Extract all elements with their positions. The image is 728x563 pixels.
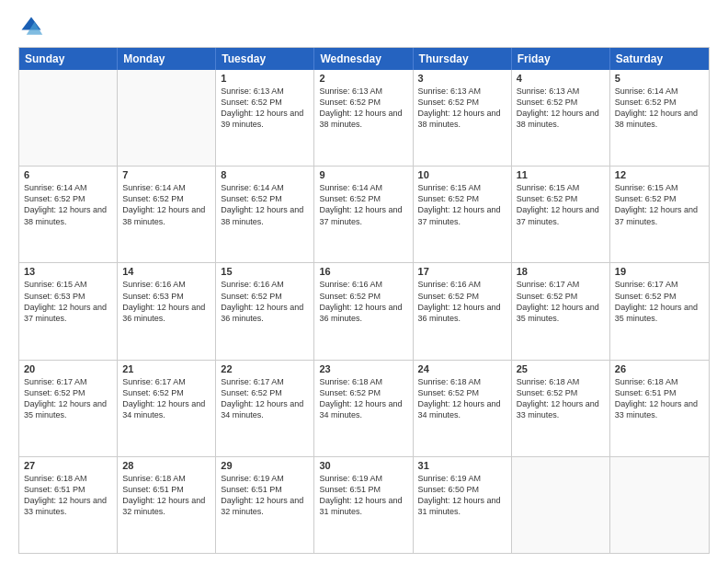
calendar-cell: 21Sunrise: 6:17 AM Sunset: 6:52 PM Dayli… [118,361,216,456]
calendar-cell [19,70,118,166]
weekday-header: Sunday [19,48,118,70]
calendar-cell: 9Sunrise: 6:14 AM Sunset: 6:52 PM Daylig… [314,167,413,262]
day-number: 8 [221,169,309,180]
cell-info: Sunrise: 6:17 AM Sunset: 6:52 PM Dayligh… [517,279,605,324]
day-number: 21 [122,363,210,374]
calendar-cell: 7Sunrise: 6:14 AM Sunset: 6:52 PM Daylig… [118,167,216,262]
day-number: 13 [24,266,112,277]
header [18,14,710,40]
calendar-cell: 14Sunrise: 6:16 AM Sunset: 6:53 PM Dayli… [118,263,216,359]
cell-info: Sunrise: 6:15 AM Sunset: 6:52 PM Dayligh… [418,182,506,227]
cell-info: Sunrise: 6:17 AM Sunset: 6:52 PM Dayligh… [122,376,210,421]
day-number: 26 [615,363,704,374]
calendar-cell: 31Sunrise: 6:19 AM Sunset: 6:50 PM Dayli… [414,457,512,553]
calendar-body: 1Sunrise: 6:13 AM Sunset: 6:52 PM Daylig… [19,70,709,553]
cell-info: Sunrise: 6:16 AM Sunset: 6:52 PM Dayligh… [319,279,407,324]
calendar-cell: 6Sunrise: 6:14 AM Sunset: 6:52 PM Daylig… [19,167,118,262]
calendar-cell: 24Sunrise: 6:18 AM Sunset: 6:52 PM Dayli… [414,361,512,456]
calendar-cell: 1Sunrise: 6:13 AM Sunset: 6:52 PM Daylig… [216,70,314,166]
weekday-header: Saturday [610,48,709,70]
cell-info: Sunrise: 6:13 AM Sunset: 6:52 PM Dayligh… [221,86,309,131]
cell-info: Sunrise: 6:14 AM Sunset: 6:52 PM Dayligh… [24,182,112,227]
cell-info: Sunrise: 6:16 AM Sunset: 6:52 PM Dayligh… [221,279,309,324]
logo-icon [18,14,44,40]
day-number: 29 [221,460,309,471]
day-number: 10 [418,169,506,180]
logo [18,14,48,40]
day-number: 11 [517,169,605,180]
calendar-cell: 8Sunrise: 6:14 AM Sunset: 6:52 PM Daylig… [216,167,314,262]
day-number: 14 [122,266,210,277]
day-number: 3 [418,73,506,84]
cell-info: Sunrise: 6:18 AM Sunset: 6:52 PM Dayligh… [418,376,506,421]
day-number: 30 [319,460,407,471]
cell-info: Sunrise: 6:16 AM Sunset: 6:53 PM Dayligh… [122,279,210,324]
calendar-row: 13Sunrise: 6:15 AM Sunset: 6:53 PM Dayli… [19,262,709,359]
calendar-cell: 4Sunrise: 6:13 AM Sunset: 6:52 PM Daylig… [512,70,610,166]
day-number: 24 [418,363,506,374]
cell-info: Sunrise: 6:17 AM Sunset: 6:52 PM Dayligh… [221,376,309,421]
calendar-row: 1Sunrise: 6:13 AM Sunset: 6:52 PM Daylig… [19,70,709,166]
calendar-cell: 15Sunrise: 6:16 AM Sunset: 6:52 PM Dayli… [216,263,314,359]
cell-info: Sunrise: 6:13 AM Sunset: 6:52 PM Dayligh… [319,86,407,131]
day-number: 22 [221,363,309,374]
day-number: 28 [122,460,210,471]
cell-info: Sunrise: 6:14 AM Sunset: 6:52 PM Dayligh… [615,86,704,131]
calendar-cell: 10Sunrise: 6:15 AM Sunset: 6:52 PM Dayli… [414,167,512,262]
calendar-cell: 12Sunrise: 6:15 AM Sunset: 6:52 PM Dayli… [610,167,709,262]
calendar-row: 27Sunrise: 6:18 AM Sunset: 6:51 PM Dayli… [19,456,709,553]
cell-info: Sunrise: 6:15 AM Sunset: 6:53 PM Dayligh… [24,279,112,324]
cell-info: Sunrise: 6:16 AM Sunset: 6:52 PM Dayligh… [418,279,506,324]
cell-info: Sunrise: 6:13 AM Sunset: 6:52 PM Dayligh… [517,86,605,131]
cell-info: Sunrise: 6:17 AM Sunset: 6:52 PM Dayligh… [615,279,704,324]
day-number: 5 [615,73,704,84]
calendar-cell: 2Sunrise: 6:13 AM Sunset: 6:52 PM Daylig… [314,70,413,166]
cell-info: Sunrise: 6:18 AM Sunset: 6:51 PM Dayligh… [122,473,210,518]
calendar-cell: 20Sunrise: 6:17 AM Sunset: 6:52 PM Dayli… [19,361,118,456]
day-number: 23 [319,363,407,374]
cell-info: Sunrise: 6:13 AM Sunset: 6:52 PM Dayligh… [418,86,506,131]
cell-info: Sunrise: 6:19 AM Sunset: 6:50 PM Dayligh… [418,473,506,518]
weekday-header: Thursday [414,48,512,70]
weekday-header: Wednesday [314,48,413,70]
calendar-cell [512,457,610,553]
day-number: 15 [221,266,309,277]
calendar-cell: 30Sunrise: 6:19 AM Sunset: 6:51 PM Dayli… [314,457,413,553]
cell-info: Sunrise: 6:15 AM Sunset: 6:52 PM Dayligh… [517,182,605,227]
cell-info: Sunrise: 6:14 AM Sunset: 6:52 PM Dayligh… [319,182,407,227]
day-number: 2 [319,73,407,84]
day-number: 6 [24,169,112,180]
calendar-header: SundayMondayTuesdayWednesdayThursdayFrid… [19,48,709,70]
day-number: 1 [221,73,309,84]
calendar-cell: 11Sunrise: 6:15 AM Sunset: 6:52 PM Dayli… [512,167,610,262]
weekday-header: Tuesday [216,48,314,70]
day-number: 7 [122,169,210,180]
calendar-cell: 5Sunrise: 6:14 AM Sunset: 6:52 PM Daylig… [610,70,709,166]
cell-info: Sunrise: 6:18 AM Sunset: 6:51 PM Dayligh… [24,473,112,518]
day-number: 17 [418,266,506,277]
calendar-row: 6Sunrise: 6:14 AM Sunset: 6:52 PM Daylig… [19,166,709,262]
page: SundayMondayTuesdayWednesdayThursdayFrid… [0,0,728,563]
cell-info: Sunrise: 6:18 AM Sunset: 6:51 PM Dayligh… [615,376,704,421]
calendar-cell: 19Sunrise: 6:17 AM Sunset: 6:52 PM Dayli… [610,263,709,359]
calendar-cell: 26Sunrise: 6:18 AM Sunset: 6:51 PM Dayli… [610,361,709,456]
day-number: 12 [615,169,704,180]
calendar-cell: 17Sunrise: 6:16 AM Sunset: 6:52 PM Dayli… [414,263,512,359]
calendar-cell: 27Sunrise: 6:18 AM Sunset: 6:51 PM Dayli… [19,457,118,553]
cell-info: Sunrise: 6:15 AM Sunset: 6:52 PM Dayligh… [615,182,704,227]
calendar-cell [118,70,216,166]
weekday-header: Monday [118,48,216,70]
cell-info: Sunrise: 6:19 AM Sunset: 6:51 PM Dayligh… [319,473,407,518]
day-number: 9 [319,169,407,180]
calendar-cell: 25Sunrise: 6:18 AM Sunset: 6:52 PM Dayli… [512,361,610,456]
day-number: 27 [24,460,112,471]
cell-info: Sunrise: 6:19 AM Sunset: 6:51 PM Dayligh… [221,473,309,518]
day-number: 4 [517,73,605,84]
day-number: 25 [517,363,605,374]
calendar: SundayMondayTuesdayWednesdayThursdayFrid… [18,47,710,554]
calendar-cell [610,457,709,553]
day-number: 16 [319,266,407,277]
calendar-cell: 22Sunrise: 6:17 AM Sunset: 6:52 PM Dayli… [216,361,314,456]
day-number: 31 [418,460,506,471]
weekday-header: Friday [512,48,610,70]
